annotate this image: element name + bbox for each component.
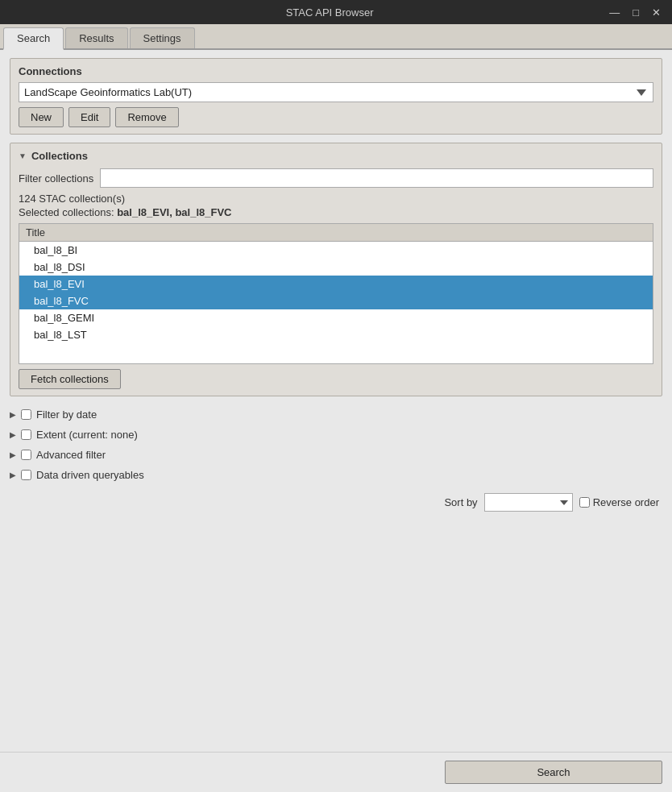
advanced-filter-arrow: ▶ xyxy=(10,450,16,459)
restore-button[interactable]: □ xyxy=(628,5,644,20)
sort-label: Sort by xyxy=(444,496,477,508)
advanced-filter-section[interactable]: ▶ Advanced filter xyxy=(10,445,662,465)
filter-date-label: Filter by date xyxy=(36,408,97,421)
connections-dropdown[interactable]: LandScape Geoinformatics Lab(UT) xyxy=(19,82,653,102)
extent-label: Extent (current: none) xyxy=(36,429,138,441)
reverse-row: Reverse order xyxy=(579,496,659,508)
window-title: STAC API Browser xyxy=(55,6,604,19)
fetch-collections-button[interactable]: Fetch collections xyxy=(19,369,121,389)
list-item[interactable]: bal_l8_LST xyxy=(19,326,653,343)
collections-header[interactable]: ▼ Collections xyxy=(19,150,653,162)
list-item-selected[interactable]: bal_l8_EVI xyxy=(19,276,653,292)
connections-section: Connections LandScape Geoinformatics Lab… xyxy=(10,58,662,135)
window-controls: — □ ✕ xyxy=(604,5,666,20)
fetch-btn-container: Fetch collections xyxy=(19,369,653,389)
collection-selected-values: bal_l8_EVI, bal_l8_FVC xyxy=(117,206,231,218)
sort-select[interactable] xyxy=(484,493,573,512)
reverse-order-checkbox[interactable] xyxy=(579,497,590,508)
reverse-order-label: Reverse order xyxy=(593,496,659,508)
tab-bar: Search Results Settings xyxy=(0,24,672,50)
collection-count: 124 STAC collection(s) xyxy=(19,193,653,205)
edit-button[interactable]: Edit xyxy=(68,107,110,127)
extent-section[interactable]: ▶ Extent (current: none) xyxy=(10,425,662,445)
connections-label: Connections xyxy=(19,65,653,77)
data-driven-arrow: ▶ xyxy=(10,471,16,479)
list-item[interactable]: bal_l8_GEMI xyxy=(19,309,653,326)
advanced-filter-checkbox[interactable] xyxy=(21,450,31,460)
tab-results[interactable]: Results xyxy=(65,27,127,48)
list-header: Title xyxy=(19,224,653,242)
list-item[interactable]: bal_l8_BI xyxy=(19,242,653,259)
list-item[interactable]: bal_l8_DSI xyxy=(19,259,653,276)
connections-buttons: New Edit Remove xyxy=(19,107,653,127)
collections-listbox[interactable]: Title bal_l8_BI bal_l8_DSI bal_l8_EVI ba… xyxy=(19,223,653,364)
collections-label: Collections xyxy=(31,150,88,162)
search-bar: Search xyxy=(0,752,672,792)
collections-arrow: ▼ xyxy=(19,151,27,160)
search-button[interactable]: Search xyxy=(445,761,662,784)
sort-row: Sort by Reverse order xyxy=(10,493,662,512)
remove-button[interactable]: Remove xyxy=(115,107,178,127)
title-bar: STAC API Browser — □ ✕ xyxy=(0,0,672,24)
list-item-selected[interactable]: bal_l8_FVC xyxy=(19,292,653,309)
data-driven-checkbox[interactable] xyxy=(21,470,31,480)
filter-collections-label: Filter collections xyxy=(19,172,93,185)
new-button[interactable]: New xyxy=(19,107,64,127)
tab-search[interactable]: Search xyxy=(3,27,64,50)
main-window: Search Results Settings Connections Land… xyxy=(0,24,672,792)
filter-date-section[interactable]: ▶ Filter by date xyxy=(10,404,662,425)
filter-row: Filter collections xyxy=(19,168,653,188)
data-driven-section[interactable]: ▶ Data driven queryables xyxy=(10,465,662,485)
data-driven-label: Data driven queryables xyxy=(36,469,144,481)
minimize-button[interactable]: — xyxy=(604,5,624,20)
advanced-filter-label: Advanced filter xyxy=(36,449,106,461)
extent-checkbox[interactable] xyxy=(21,429,31,440)
collection-selected-text: Selected collections: bal_l8_EVI, bal_l8… xyxy=(19,206,653,218)
close-button[interactable]: ✕ xyxy=(647,5,666,20)
filter-date-arrow: ▶ xyxy=(10,410,16,419)
content-area: Connections LandScape Geoinformatics Lab… xyxy=(0,50,672,752)
collections-section: ▼ Collections Filter collections 124 STA… xyxy=(10,143,662,396)
filter-collections-input[interactable] xyxy=(100,168,653,188)
tab-settings[interactable]: Settings xyxy=(130,27,195,48)
filter-date-checkbox[interactable] xyxy=(21,409,31,420)
extent-arrow: ▶ xyxy=(10,430,16,439)
